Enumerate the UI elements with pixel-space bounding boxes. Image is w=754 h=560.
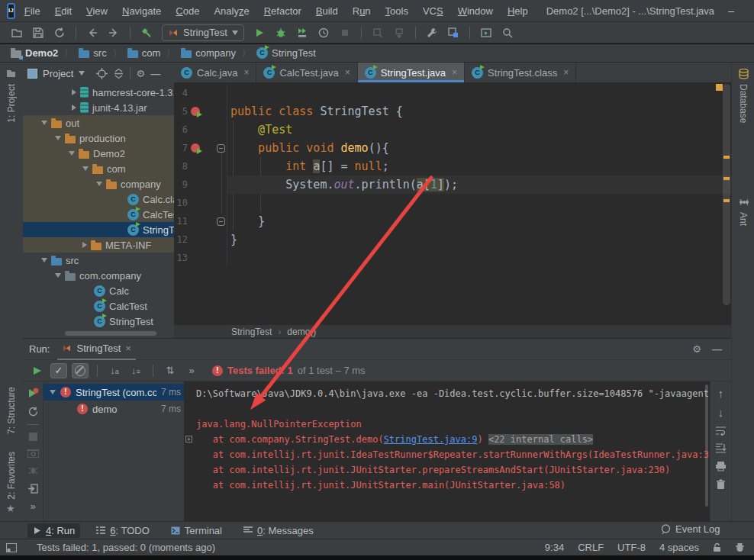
editor-tab-calctest.java[interactable]: CalcTest.java× [256,63,357,82]
close-tab-icon[interactable]: × [243,67,249,78]
settings-wrench-icon[interactable] [423,24,441,41]
expanded-arrow-icon[interactable] [82,166,89,171]
breadcrumb-class[interactable]: StringTest [231,327,272,337]
minimize-button[interactable]: – [714,1,748,21]
code-line-12[interactable]: 12} [174,230,731,249]
expanded-arrow-icon[interactable] [50,390,56,394]
tree-item-calctest-class[interactable]: CalcTest.class [23,207,174,222]
fold-marker-icon[interactable] [217,217,225,226]
line-ending[interactable]: CRLF [578,542,604,553]
tree-item-production[interactable]: production [23,130,174,146]
forward-icon[interactable] [105,24,123,41]
expanded-arrow-icon[interactable] [96,182,102,186]
console-line-0[interactable]: D:\Software\Java\JDK9.0.4\bin\java.exe -… [184,386,710,401]
tree-item-stringtest[interactable]: StringTest [23,314,174,329]
next-trace-icon[interactable]: ↓ [718,407,724,418]
toolwindow-button-messages[interactable]: 0: Messages [238,523,319,538]
run-tab[interactable]: StringTest × [57,339,135,360]
prev-trace-icon[interactable]: ↑ [718,388,724,399]
menu-help[interactable]: Help [508,5,528,17]
database-icon[interactable] [739,69,749,79]
code-editor[interactable]: 45public class StringTest {6 @Test7 publ… [174,82,731,324]
more-icon[interactable]: » [30,501,35,511]
profiler-icon[interactable] [314,24,333,41]
tree-item-calctest[interactable]: CalcTest [23,298,174,314]
restore-layout-icon[interactable] [477,24,495,41]
import-test-results-icon[interactable] [27,483,39,494]
print-icon[interactable] [715,461,727,471]
lock-icon[interactable] [713,542,721,552]
collapsed-arrow-icon[interactable] [72,105,76,111]
inspection-indicator[interactable] [716,84,723,91]
menu-analyze[interactable]: Analyze [214,5,249,17]
expand-collapse-icon[interactable]: ⇅ [162,363,179,378]
tree-item-demo2[interactable]: Demo2 [23,146,174,161]
synchronize-icon[interactable] [50,24,69,41]
file-encoding[interactable]: UTF-8 [617,542,646,553]
sort-by-duration-icon[interactable]: ↓≡ [127,363,144,378]
menu-vcs[interactable]: VCS [423,5,443,17]
toolwindow-button-ant[interactable]: Ant [738,212,749,226]
collapse-all-icon[interactable] [113,68,124,79]
toolwindow-button-database[interactable]: Database [738,84,749,123]
close-tab-icon[interactable]: × [345,67,350,78]
expanded-arrow-icon[interactable] [41,121,47,125]
menu-refactor[interactable]: Refactor [264,5,301,17]
save-icon[interactable] [29,24,47,41]
more-actions-icon[interactable]: » [183,363,200,378]
console-line-6[interactable]: at com.intellij.rt.junit.JUnitStarter.ma… [184,478,710,493]
menu-code[interactable]: Code [176,5,199,17]
code-line-13[interactable]: 13 [174,249,731,267]
project-structure-icon[interactable] [444,24,462,41]
soft-wrap-icon[interactable] [715,426,727,436]
menu-build[interactable]: Build [316,5,338,17]
fold-marker-icon[interactable] [217,144,225,153]
expanded-arrow-icon[interactable] [41,258,47,262]
tree-item-src[interactable]: src [23,253,174,268]
back-icon[interactable] [83,24,102,41]
tree-item-out[interactable]: out [23,115,174,130]
breadcrumb-item-demo2[interactable]: Demo2 [11,47,58,59]
tree-item-calc-class[interactable]: Calc.class [23,191,174,207]
test-failed-gutter-icon[interactable] [191,107,200,116]
gear-icon[interactable]: ⚙ [136,69,145,79]
breadcrumb-item-stringtest[interactable]: StringTest [256,47,316,59]
collapsed-arrow-icon[interactable] [72,89,76,95]
menu-edit[interactable]: Edit [55,5,72,17]
expanded-arrow-icon[interactable] [55,273,61,278]
toolwindow-button-structure[interactable]: 7: Structure [6,387,17,434]
toolwindow-button-run[interactable]: 4: Run [27,523,80,538]
tree-item-hamcrest-core-1-3-jar[interactable]: hamcrest-core-1.3.jar [23,85,174,100]
debug-icon[interactable] [272,24,290,41]
test-tree-item-demo[interactable]: demo7 ms [44,401,184,417]
code-line-9[interactable]: 9 System.out.println(a[1]); [174,175,731,194]
code-line-8[interactable]: 8 int a[] = null; [174,157,731,175]
run-configuration-select[interactable]: StringTest [162,24,244,41]
locate-file-icon[interactable] [96,68,108,79]
toolwindow-button-project[interactable]: 1: Project [6,84,17,123]
editor-tab-calc.java[interactable]: Calc.java× [174,63,256,82]
menu-file[interactable]: File [24,5,40,17]
test-failed-gutter-icon[interactable] [191,143,200,153]
menu-tools[interactable]: Tools [385,5,408,17]
tree-item-meta-inf[interactable]: META-INF [23,237,174,253]
console-line-2[interactable]: java.lang.NullPointerException [184,417,710,432]
open-icon[interactable] [8,24,26,41]
show-passed-icon[interactable]: ✓ [50,363,67,378]
event-log-button[interactable]: Event Log [661,523,720,535]
tree-item-com[interactable]: com [23,161,174,176]
menu-view[interactable]: View [86,5,108,17]
tree-item-stringtest-class[interactable]: StringTest.class [23,222,174,237]
indent-setting[interactable]: 4 spaces [659,542,699,553]
close-tab-icon[interactable]: × [563,67,569,78]
run-console[interactable]: D:\Software\Java\JDK9.0.4\bin\java.exe -… [184,381,710,522]
toolwindow-button-favorites[interactable]: 2: Favorites [6,452,17,500]
breadcrumb-item-company[interactable]: company [181,47,236,59]
expanded-arrow-icon[interactable] [55,136,61,140]
editor-tab-stringtest.java[interactable]: StringTest.java× [358,63,465,82]
tree-item-com-company[interactable]: com.company [23,268,174,283]
project-tree-hscrollbar[interactable] [65,331,156,336]
close-tab-icon[interactable]: × [452,67,457,78]
toolwindow-button-todo[interactable]: 6: TODO [91,523,155,538]
expanded-arrow-icon[interactable] [69,151,75,156]
